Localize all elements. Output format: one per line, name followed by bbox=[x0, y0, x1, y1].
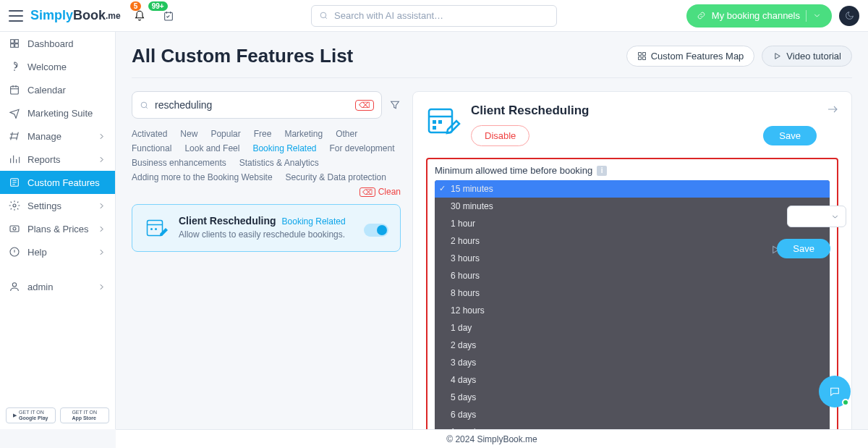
chip-for-development[interactable]: For development bbox=[330, 143, 395, 153]
chip-booking-related[interactable]: Booking Related bbox=[252, 143, 316, 153]
clean-filters[interactable]: ⌫ Clean bbox=[359, 187, 401, 197]
collapsed-select-peek[interactable] bbox=[787, 206, 846, 227]
svg-rect-24 bbox=[433, 126, 436, 130]
filter-icon[interactable] bbox=[389, 99, 401, 111]
nav-icon bbox=[9, 130, 20, 142]
app-store-badge[interactable]: GET IT ONApp Store bbox=[60, 407, 110, 423]
dd-option[interactable]: 8 hours bbox=[435, 284, 830, 302]
calendar-edit-icon bbox=[144, 215, 170, 241]
features-list-column: ⌫ ActivatedNewPopularFreeMarketingOtherF… bbox=[132, 91, 401, 429]
logo-simply: Simply bbox=[30, 8, 73, 23]
sidebar-item-welcome[interactable]: Welcome bbox=[0, 55, 115, 78]
feature-toggle[interactable] bbox=[364, 224, 388, 237]
link-icon bbox=[697, 11, 706, 20]
dd-option[interactable]: 4 days bbox=[435, 371, 830, 389]
features-map-button[interactable]: Custom Features Map bbox=[626, 46, 755, 67]
svg-rect-23 bbox=[438, 120, 442, 124]
svg-rect-13 bbox=[638, 53, 641, 56]
svg-rect-14 bbox=[642, 53, 645, 56]
sidebar-item-settings[interactable]: Settings bbox=[0, 194, 115, 217]
sidebar-item-admin[interactable]: admin bbox=[0, 275, 115, 298]
dd-option[interactable]: 3 days bbox=[435, 354, 830, 371]
chevron-right-icon bbox=[97, 224, 106, 234]
logo-book: Book bbox=[73, 8, 106, 23]
dd-option[interactable]: 1 day bbox=[435, 319, 830, 337]
grid-icon bbox=[637, 51, 647, 61]
dd-option[interactable]: 2 days bbox=[435, 337, 830, 354]
sidebar-item-custom-features[interactable]: Custom Features bbox=[0, 171, 115, 194]
feature-search-box: ⌫ bbox=[132, 91, 382, 119]
video-tutorial-label: Video tutorial bbox=[786, 51, 841, 62]
chip-activated[interactable]: Activated bbox=[132, 129, 167, 139]
dark-mode-toggle[interactable] bbox=[839, 6, 859, 26]
notifications[interactable]: 5 99+ bbox=[134, 10, 145, 22]
sidebar-item-marketing-suite[interactable]: Marketing Suite bbox=[0, 101, 115, 124]
svg-rect-9 bbox=[10, 226, 19, 232]
online-dot bbox=[842, 399, 849, 406]
chip-marketing[interactable]: Marketing bbox=[284, 129, 323, 139]
svg-rect-6 bbox=[11, 86, 19, 94]
chip-functional[interactable]: Functional bbox=[132, 143, 171, 153]
booking-channels-label: My booking channels bbox=[712, 10, 800, 21]
feature-card-tag: Booking Related bbox=[282, 216, 346, 227]
booking-channels-button[interactable]: My booking channels bbox=[686, 4, 832, 28]
svg-rect-3 bbox=[15, 40, 19, 43]
panel-collapse-icon[interactable] bbox=[827, 103, 838, 115]
sidebar: DashboardWelcomeCalendarMarketing SuiteM… bbox=[0, 32, 116, 429]
dd-option[interactable]: 6 hours bbox=[435, 267, 830, 284]
logo-me: .me bbox=[106, 11, 121, 21]
clear-search-icon[interactable]: ⌫ bbox=[355, 100, 374, 111]
logo[interactable]: SimplyBook.me bbox=[30, 8, 121, 23]
chip-statistics-analytics[interactable]: Statistics & Analytics bbox=[239, 158, 319, 168]
sidebar-item-plans-&-prices[interactable]: Plans & Prices bbox=[0, 217, 115, 240]
dd-option[interactable]: 12 hours bbox=[435, 302, 830, 319]
dd-option[interactable]: 30 minutes bbox=[435, 198, 830, 215]
filter-chips: ActivatedNewPopularFreeMarketingOtherFun… bbox=[132, 129, 401, 197]
global-search[interactable]: Search with AI assistant… bbox=[311, 5, 557, 27]
chip-security-data-protection[interactable]: Security & Data protection bbox=[286, 172, 386, 182]
dd-option[interactable]: 6 days bbox=[435, 406, 830, 423]
sidebar-item-calendar[interactable]: Calendar bbox=[0, 78, 115, 101]
footer: © 2024 SimplyBook.me bbox=[116, 429, 868, 448]
info-icon[interactable]: i bbox=[597, 166, 607, 176]
chip-look-and-feel[interactable]: Look and Feel bbox=[184, 143, 239, 153]
nav-icon bbox=[9, 177, 20, 188]
sidebar-item-manage[interactable]: Manage bbox=[0, 124, 115, 148]
google-play-badge[interactable]: ▶GET IT ONGoogle Play bbox=[6, 407, 56, 423]
chip-popular[interactable]: Popular bbox=[210, 129, 240, 139]
chat-fab[interactable] bbox=[819, 376, 851, 407]
nav-icon bbox=[9, 38, 20, 49]
dd-option[interactable]: 5 days bbox=[435, 389, 830, 406]
user-icon bbox=[9, 281, 20, 292]
chip-free[interactable]: Free bbox=[254, 129, 272, 139]
dd-option[interactable]: 1 week bbox=[435, 423, 830, 429]
sidebar-item-help[interactable]: Help bbox=[0, 240, 115, 263]
dd-option[interactable]: 15 minutes bbox=[435, 180, 830, 198]
svg-rect-16 bbox=[642, 57, 645, 60]
disable-button[interactable]: Disable bbox=[471, 125, 529, 146]
svg-rect-22 bbox=[433, 120, 436, 124]
chip-business-enhancements[interactable]: Business enhancements bbox=[132, 158, 226, 168]
feature-card-client-rescheduling[interactable]: Client Rescheduling Booking Related Allo… bbox=[132, 204, 401, 252]
svg-point-20 bbox=[155, 228, 157, 230]
nav-icon bbox=[9, 153, 20, 165]
sidebar-item-reports[interactable]: Reports bbox=[0, 148, 115, 171]
sidebar-item-dashboard[interactable]: Dashboard bbox=[0, 32, 115, 55]
menu-icon[interactable] bbox=[9, 10, 23, 22]
setting-label: Minimum allowed time before booking i bbox=[435, 165, 830, 176]
chip-new[interactable]: New bbox=[180, 129, 197, 139]
svg-point-19 bbox=[150, 228, 153, 230]
chip-other[interactable]: Other bbox=[336, 129, 357, 139]
chip-adding-more-to-the-booking-website[interactable]: Adding more to the Booking Website bbox=[132, 172, 273, 182]
video-tutorial-button[interactable]: Video tutorial bbox=[762, 46, 852, 67]
save-button-bottom[interactable]: Save bbox=[777, 239, 830, 258]
features-map-label: Custom Features Map bbox=[651, 51, 744, 62]
nav-icon bbox=[9, 200, 20, 211]
panel-title: Client Rescheduling bbox=[471, 103, 817, 118]
play-icon bbox=[773, 51, 782, 61]
dd-option[interactable]: 1 hour bbox=[435, 215, 830, 232]
tasks-icon[interactable] bbox=[163, 10, 174, 22]
feature-search-input[interactable] bbox=[155, 99, 349, 111]
badge-green: 99+ bbox=[148, 1, 168, 11]
save-button-top[interactable]: Save bbox=[763, 126, 817, 145]
